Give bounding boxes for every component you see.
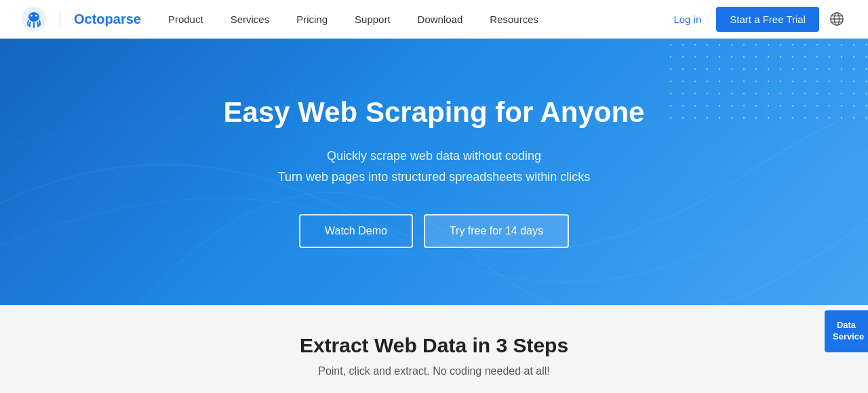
hero-section: Easy Web Scraping for Anyone Quickly scr… — [0, 39, 868, 305]
main-nav: Product Services Pricing Support Downloa… — [155, 0, 667, 39]
octoparse-logo-icon — [22, 7, 46, 31]
hero-subtitle: Quickly scrape web data without coding T… — [224, 146, 645, 187]
language-icon[interactable] — [827, 9, 846, 28]
nav-item-pricing[interactable]: Pricing — [283, 0, 341, 39]
nav-item-resources[interactable]: Resources — [476, 0, 552, 39]
navbar: Octoparse Product Services Pricing Suppo… — [0, 0, 868, 39]
bottom-section: Extract Web Data in 3 Steps Point, click… — [0, 305, 868, 393]
watch-demo-button[interactable]: Watch Demo — [299, 214, 413, 248]
hero-subtitle-line2: Turn web pages into structured spreadshe… — [224, 167, 645, 188]
logo-divider — [60, 11, 60, 27]
brand-name: Octoparse — [74, 12, 141, 27]
svg-point-9 — [270, 91, 273, 94]
hero-buttons: Watch Demo Try free for 14 days — [224, 214, 645, 248]
svg-point-3 — [35, 15, 37, 17]
data-service-button[interactable]: Data Service — [825, 310, 868, 352]
svg-point-1 — [28, 12, 39, 22]
logo-link[interactable]: Octoparse — [22, 7, 141, 31]
hero-title: Easy Web Scraping for Anyone — [224, 96, 645, 129]
svg-point-12 — [331, 91, 334, 94]
navbar-right: Log in Start a Free Trial — [667, 7, 846, 32]
hero-content: Easy Web Scraping for Anyone Quickly scr… — [224, 96, 645, 249]
bottom-title: Extract Web Data in 3 Steps — [300, 334, 568, 357]
bottom-subtitle: Point, click and extract. No coding need… — [318, 365, 550, 377]
hero-dots-pattern — [665, 39, 868, 127]
svg-point-2 — [31, 15, 33, 17]
nav-item-services[interactable]: Services — [217, 0, 283, 39]
login-button[interactable]: Log in — [667, 9, 708, 29]
nav-item-support[interactable]: Support — [341, 0, 404, 39]
svg-point-10 — [290, 91, 293, 94]
hero-subtitle-line1: Quickly scrape web data without coding — [224, 146, 645, 167]
free-trial-button[interactable]: Start a Free Trial — [716, 7, 819, 32]
nav-item-product[interactable]: Product — [155, 0, 217, 39]
try-free-button[interactable]: Try free for 14 days — [424, 214, 569, 248]
nav-item-download[interactable]: Download — [404, 0, 477, 39]
svg-point-11 — [311, 91, 313, 94]
